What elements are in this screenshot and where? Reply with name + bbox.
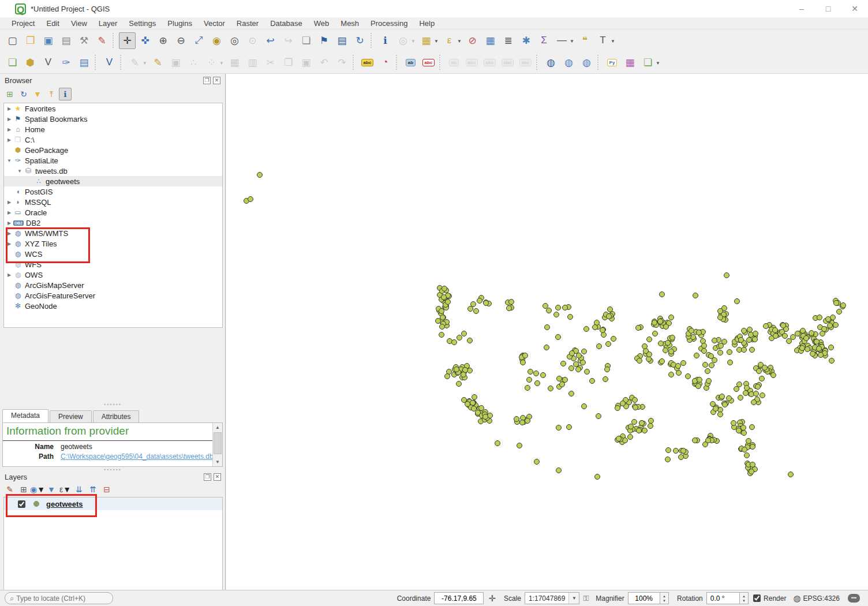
tree-item-geopackage[interactable]: ⬢GeoPackage xyxy=(4,145,222,155)
pan-map-icon[interactable]: ✛ xyxy=(119,32,136,49)
maximize-button[interactable]: □ xyxy=(815,0,841,17)
statistical-summary-icon[interactable]: ≣ xyxy=(500,32,517,49)
layer-labeling-icon[interactable]: abc xyxy=(359,54,376,71)
tree-item-wfs[interactable]: ◍WFS xyxy=(4,259,222,270)
menu-plugins[interactable]: Plugins xyxy=(162,18,198,29)
open-project-icon[interactable]: ❐ xyxy=(22,32,39,49)
refresh-map-icon[interactable]: ↻ xyxy=(351,32,368,49)
new-shapefile-layer-icon[interactable]: V xyxy=(40,54,57,71)
menu-settings[interactable]: Settings xyxy=(123,18,162,29)
tab-metadata[interactable]: Metadata xyxy=(2,409,48,422)
add-record-icon[interactable]: ∴ xyxy=(185,54,202,71)
layer-label[interactable]: geotweets xyxy=(46,500,83,508)
pan-to-selection-icon[interactable]: ✜ xyxy=(137,32,154,49)
tree-item-arcgisfeatureserver[interactable]: ◍ArcGisFeatureServer xyxy=(4,290,222,301)
filter-browser-icon[interactable]: ▼ xyxy=(31,88,44,100)
filter-by-expression-icon[interactable]: ε▼ xyxy=(59,483,72,496)
tree-item-tweets-db[interactable]: ▼⛁tweets.db xyxy=(4,166,222,176)
menu-web[interactable]: Web xyxy=(308,18,335,29)
tree-item-oracle[interactable]: ▶▭Oracle xyxy=(4,207,222,218)
locate-input[interactable] xyxy=(16,594,103,603)
menu-vector[interactable]: Vector xyxy=(198,18,231,29)
splitter-handle[interactable]: •••••• xyxy=(0,402,226,407)
zoom-last-icon[interactable]: ↩ xyxy=(262,32,279,49)
layer-visibility-checkbox[interactable] xyxy=(18,500,25,508)
tree-item-mssql[interactable]: ▶◗MSSQL xyxy=(4,197,222,207)
scroll-up-icon[interactable]: ▲ xyxy=(213,423,222,432)
tree-item-wms-wmts[interactable]: ▶◍WMS/WMTS xyxy=(4,228,222,238)
menu-mesh[interactable]: Mesh xyxy=(335,18,365,29)
zoom-out-icon[interactable]: ⊖ xyxy=(173,32,189,49)
toggle-editing-icon[interactable]: ✎▼ xyxy=(126,54,143,71)
metadata-scrollbar[interactable]: ▲ ▼ xyxy=(212,423,222,466)
tree-expander-icon[interactable]: ▶ xyxy=(6,127,12,132)
tree-item-spatial-bookmarks[interactable]: ▶⚑Spatial Bookmarks xyxy=(4,114,222,124)
tree-item-arcgismapserver[interactable]: ◍ArcGisMapServer xyxy=(4,280,222,290)
highlight-pinned-labels-icon[interactable]: abc xyxy=(420,54,437,71)
map-canvas[interactable] xyxy=(226,74,868,590)
show-hide-labels-icon[interactable]: abc xyxy=(463,54,480,71)
menu-project[interactable]: Project xyxy=(6,18,40,29)
refresh-browser-icon[interactable]: ↻ xyxy=(17,88,30,100)
rotate-label-icon[interactable]: abc xyxy=(499,54,516,71)
scale-combo[interactable]: 1:17047869 ▼ xyxy=(525,592,579,604)
pin-labels-icon[interactable]: ab xyxy=(402,54,419,71)
tree-expander-icon[interactable]: ▶ xyxy=(6,241,12,246)
scroll-thumb[interactable] xyxy=(214,432,222,454)
add-group-icon[interactable]: ⊞ xyxy=(17,483,30,496)
current-edits-icon[interactable]: ✎ xyxy=(149,54,166,71)
menu-view[interactable]: View xyxy=(65,18,93,29)
show-spatial-bookmarks-icon[interactable]: ▤ xyxy=(334,32,350,49)
tree-item-xyz-tiles[interactable]: ▶◍XYZ Tiles xyxy=(4,238,222,249)
filter-legend-icon[interactable]: ▼ xyxy=(45,483,58,496)
tree-expander-icon[interactable]: ▶ xyxy=(6,272,12,278)
minimize-button[interactable]: – xyxy=(788,0,815,17)
extent-tracking-icon[interactable]: ✛ xyxy=(488,593,496,604)
select-features-icon[interactable]: ▦▼ xyxy=(418,32,435,49)
crs-status[interactable]: EPSG:4326 xyxy=(803,594,840,603)
new-print-layout-icon[interactable]: ▤ xyxy=(58,32,74,49)
menu-raster[interactable]: Raster xyxy=(231,18,264,29)
change-label-icon[interactable]: abc xyxy=(517,54,534,71)
paste-features-icon[interactable]: ▣ xyxy=(298,54,315,71)
tree-item-favorites[interactable]: ▶★Favorites xyxy=(4,103,222,114)
rotation-spinner[interactable]: ▲▼ xyxy=(740,592,749,604)
enable-properties-widget-icon[interactable]: ℹ xyxy=(59,88,72,100)
add-layer-quick-icon[interactable]: ❏▼ xyxy=(639,54,656,71)
menu-help[interactable]: Help xyxy=(413,18,440,29)
layer-diagram-icon[interactable]: ◔ xyxy=(377,54,394,71)
new-geopackage-layer-icon[interactable]: ⬢ xyxy=(22,54,39,71)
text-annotation-icon[interactable]: T▼ xyxy=(594,32,611,49)
select-by-expression-icon[interactable]: ε▼ xyxy=(441,32,458,49)
processing-toolbox-icon[interactable]: ✱ xyxy=(518,32,534,49)
pin-unpin-labels-icon[interactable]: ab xyxy=(446,54,462,71)
tree-expander-icon[interactable]: ▶ xyxy=(6,210,12,215)
move-label-icon[interactable]: abc xyxy=(481,54,498,71)
render-checkbox[interactable] xyxy=(753,594,761,602)
search-layers-icon[interactable]: ◍ xyxy=(578,54,595,71)
tree-expander-icon[interactable]: ▼ xyxy=(17,169,23,174)
python-console-icon[interactable]: Py xyxy=(604,54,620,71)
new-virtual-layer-icon[interactable]: ▤ xyxy=(76,54,92,71)
tab-attributes[interactable]: Attributes xyxy=(93,410,140,422)
tree-item-home[interactable]: ▶⌂Home xyxy=(4,124,222,134)
map-tips-icon[interactable]: ❝ xyxy=(577,32,593,49)
tree-item-c-[interactable]: ▶❐C:\ xyxy=(4,134,222,145)
tree-item-wcs[interactable]: ◍WCS xyxy=(4,249,222,259)
data-source-manager-icon[interactable]: ❏ xyxy=(4,54,21,71)
crs-globe-icon[interactable]: ◍ xyxy=(793,593,800,604)
manage-map-themes-icon[interactable]: ◉▼ xyxy=(31,483,44,496)
field-value[interactable]: C:\Workspace\geog595\04_data\assets\twee… xyxy=(61,452,214,461)
tree-item-geotweets[interactable]: ∴geotweets xyxy=(4,176,222,186)
coordinate-input[interactable] xyxy=(434,592,484,604)
tree-expander-icon[interactable]: ▶ xyxy=(6,137,12,143)
measure-line-icon[interactable]: ―▼ xyxy=(553,32,570,49)
new-project-icon[interactable]: ▢ xyxy=(4,32,21,49)
browser-float-icon[interactable]: ❐ xyxy=(203,77,211,84)
remove-layer-icon[interactable]: ⊟ xyxy=(100,483,113,496)
collapse-all-icon[interactable]: ⤒ xyxy=(45,88,58,100)
metasearch-icon[interactable]: ◍ xyxy=(542,54,559,71)
new-map-view-icon[interactable]: ❏ xyxy=(298,32,315,49)
tree-item-postgis[interactable]: ◖PostGIS xyxy=(4,186,222,197)
tree-expander-icon[interactable]: ▶ xyxy=(6,106,12,111)
